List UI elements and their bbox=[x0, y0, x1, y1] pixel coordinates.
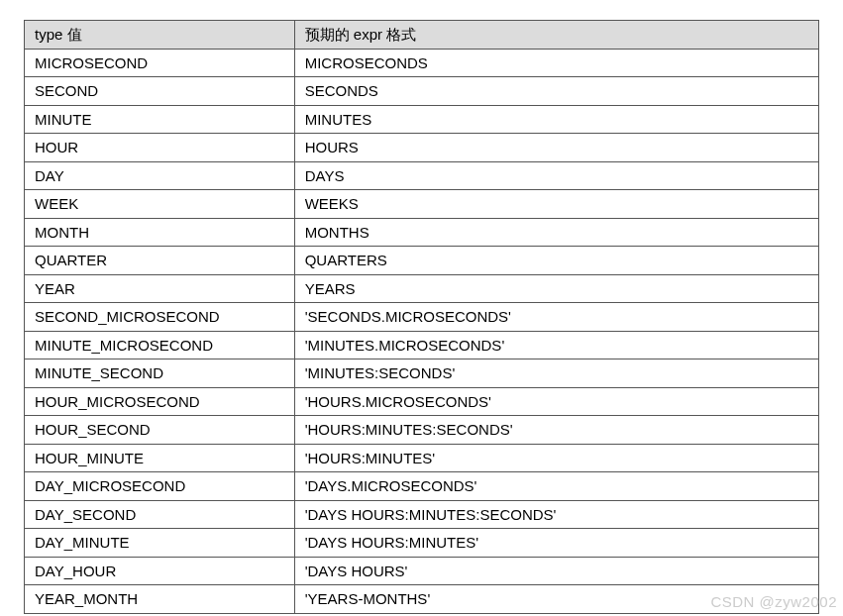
table-row: HOUR_MICROSECOND'HOURS.MICROSECONDS' bbox=[25, 387, 819, 416]
cell-type: HOUR_MINUTE bbox=[25, 444, 295, 472]
cell-type: MINUTE bbox=[25, 105, 295, 134]
cell-type: DAY_MINUTE bbox=[25, 529, 295, 558]
cell-type: MINUTE_MICROSECOND bbox=[25, 331, 295, 359]
page-wrapper: type 值 预期的 expr 格式 MICROSECONDMICROSECON… bbox=[0, 0, 843, 614]
table-row: DAYDAYS bbox=[25, 161, 819, 190]
cell-type: DAY_HOUR bbox=[25, 557, 295, 585]
cell-expr: MONTHS bbox=[294, 218, 818, 247]
cell-type: MONTH bbox=[25, 218, 295, 247]
cell-expr: 'HOURS:MINUTES:SECONDS' bbox=[294, 416, 818, 445]
cell-type: DAY_MICROSECOND bbox=[25, 472, 295, 501]
cell-expr: 'HOURS.MICROSECONDS' bbox=[294, 387, 818, 416]
table-row: MINUTEMINUTES bbox=[25, 105, 819, 134]
table-body: MICROSECONDMICROSECONDS SECONDSECONDS MI… bbox=[25, 49, 819, 613]
cell-type: HOUR_MICROSECOND bbox=[25, 387, 295, 416]
table-row: MINUTE_SECOND'MINUTES:SECONDS' bbox=[25, 359, 819, 388]
table-row: QUARTERQUARTERS bbox=[25, 247, 819, 275]
table-row: DAY_SECOND'DAYS HOURS:MINUTES:SECONDS' bbox=[25, 500, 819, 529]
cell-type: MINUTE_SECOND bbox=[25, 359, 295, 388]
table-head: type 值 预期的 expr 格式 bbox=[25, 21, 819, 50]
cell-type: DAY_SECOND bbox=[25, 500, 295, 529]
table-row: SECOND_MICROSECOND'SECONDS.MICROSECONDS' bbox=[25, 303, 819, 332]
cell-type: QUARTER bbox=[25, 247, 295, 275]
table-row: DAY_MINUTE'DAYS HOURS:MINUTES' bbox=[25, 529, 819, 558]
cell-expr: 'MINUTES.MICROSECONDS' bbox=[294, 331, 818, 359]
table-row: HOURHOURS bbox=[25, 134, 819, 162]
cell-type: YEAR bbox=[25, 274, 295, 303]
table-row: DAY_MICROSECOND'DAYS.MICROSECONDS' bbox=[25, 472, 819, 501]
cell-expr: SECONDS bbox=[294, 77, 818, 106]
cell-expr: 'HOURS:MINUTES' bbox=[294, 444, 818, 472]
table-row: MONTHMONTHS bbox=[25, 218, 819, 247]
cell-expr: MICROSECONDS bbox=[294, 49, 818, 77]
cell-type: SECOND_MICROSECOND bbox=[25, 303, 295, 332]
cell-type: YEAR_MONTH bbox=[25, 585, 295, 614]
cell-expr: 'MINUTES:SECONDS' bbox=[294, 359, 818, 388]
cell-expr: 'DAYS HOURS' bbox=[294, 557, 818, 585]
cell-expr: DAYS bbox=[294, 161, 818, 190]
cell-expr: WEEKS bbox=[294, 190, 818, 219]
table-row: DAY_HOUR'DAYS HOURS' bbox=[25, 557, 819, 585]
table-row: MINUTE_MICROSECOND'MINUTES.MICROSECONDS' bbox=[25, 331, 819, 359]
header-type: type 值 bbox=[25, 21, 295, 50]
cell-expr: 'DAYS.MICROSECONDS' bbox=[294, 472, 818, 501]
interval-format-table: type 值 预期的 expr 格式 MICROSECONDMICROSECON… bbox=[24, 20, 819, 614]
cell-expr: HOURS bbox=[294, 134, 818, 162]
table-row: SECONDSECONDS bbox=[25, 77, 819, 106]
cell-type: SECOND bbox=[25, 77, 295, 106]
cell-expr: 'YEARS-MONTHS' bbox=[294, 585, 818, 614]
table-row: YEAR_MONTH'YEARS-MONTHS' bbox=[25, 585, 819, 614]
table-header-row: type 值 预期的 expr 格式 bbox=[25, 21, 819, 50]
table-row: WEEKWEEKS bbox=[25, 190, 819, 219]
table-row: HOUR_SECOND'HOURS:MINUTES:SECONDS' bbox=[25, 416, 819, 445]
cell-type: HOUR_SECOND bbox=[25, 416, 295, 445]
cell-type: MICROSECOND bbox=[25, 49, 295, 77]
cell-expr: 'SECONDS.MICROSECONDS' bbox=[294, 303, 818, 332]
cell-type: HOUR bbox=[25, 134, 295, 162]
table-row: HOUR_MINUTE'HOURS:MINUTES' bbox=[25, 444, 819, 472]
table-row: YEARYEARS bbox=[25, 274, 819, 303]
header-expr: 预期的 expr 格式 bbox=[294, 21, 818, 50]
cell-expr: QUARTERS bbox=[294, 247, 818, 275]
table-row: MICROSECONDMICROSECONDS bbox=[25, 49, 819, 77]
cell-expr: 'DAYS HOURS:MINUTES' bbox=[294, 529, 818, 558]
cell-type: WEEK bbox=[25, 190, 295, 219]
cell-expr: YEARS bbox=[294, 274, 818, 303]
cell-expr: 'DAYS HOURS:MINUTES:SECONDS' bbox=[294, 500, 818, 529]
cell-type: DAY bbox=[25, 161, 295, 190]
cell-expr: MINUTES bbox=[294, 105, 818, 134]
